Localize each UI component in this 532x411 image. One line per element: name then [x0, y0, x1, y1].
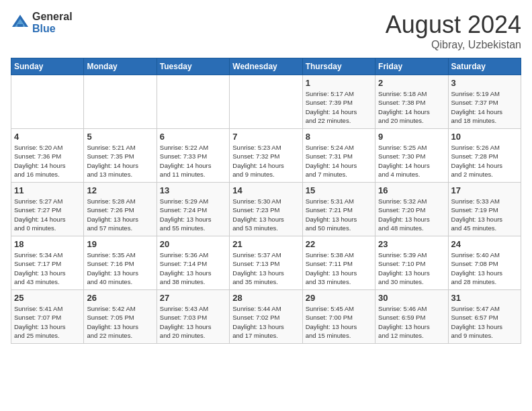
calendar-cell: 6Sunrise: 5:22 AM Sunset: 7:33 PM Daylig… — [157, 129, 229, 183]
day-number: 23 — [378, 239, 445, 249]
day-info: Sunrise: 5:43 AM Sunset: 7:03 PM Dayligh… — [160, 304, 226, 340]
day-number: 14 — [232, 185, 299, 195]
day-info: Sunrise: 5:26 AM Sunset: 7:28 PM Dayligh… — [451, 143, 518, 179]
week-row-5: 25Sunrise: 5:41 AM Sunset: 7:07 PM Dayli… — [11, 290, 521, 344]
day-info: Sunrise: 5:31 AM Sunset: 7:21 PM Dayligh… — [306, 197, 372, 232]
logo-icon — [11, 13, 30, 32]
calendar-cell: 5Sunrise: 5:21 AM Sunset: 7:35 PM Daylig… — [84, 129, 157, 183]
weekday-header-row: SundayMondayTuesdayWednesdayThursdayFrid… — [11, 58, 521, 75]
calendar-cell — [84, 75, 157, 129]
calendar-cell: 25Sunrise: 5:41 AM Sunset: 7:07 PM Dayli… — [11, 290, 84, 344]
day-number: 16 — [378, 185, 445, 195]
calendar-cell: 18Sunrise: 5:34 AM Sunset: 7:17 PM Dayli… — [11, 236, 84, 290]
calendar-cell: 22Sunrise: 5:38 AM Sunset: 7:11 PM Dayli… — [302, 236, 375, 290]
day-number: 7 — [232, 132, 299, 142]
day-info: Sunrise: 5:17 AM Sunset: 7:39 PM Dayligh… — [306, 89, 372, 125]
calendar-cell: 24Sunrise: 5:40 AM Sunset: 7:08 PM Dayli… — [448, 236, 521, 290]
day-number: 9 — [378, 132, 445, 142]
calendar-cell: 19Sunrise: 5:35 AM Sunset: 7:16 PM Dayli… — [84, 236, 157, 290]
day-number: 30 — [378, 293, 445, 303]
day-info: Sunrise: 5:27 AM Sunset: 7:27 PM Dayligh… — [14, 197, 81, 232]
day-number: 12 — [87, 185, 153, 195]
calendar-cell: 17Sunrise: 5:33 AM Sunset: 7:19 PM Dayli… — [448, 183, 521, 236]
calendar-cell: 21Sunrise: 5:37 AM Sunset: 7:13 PM Dayli… — [230, 236, 302, 290]
weekday-header-monday: Monday — [84, 58, 157, 75]
weekday-header-thursday: Thursday — [302, 58, 375, 75]
day-info: Sunrise: 5:45 AM Sunset: 7:00 PM Dayligh… — [306, 304, 372, 340]
day-number: 11 — [14, 185, 81, 195]
calendar-table: SundayMondayTuesdayWednesdayThursdayFrid… — [11, 58, 521, 344]
week-row-3: 11Sunrise: 5:27 AM Sunset: 7:27 PM Dayli… — [11, 183, 521, 236]
day-info: Sunrise: 5:36 AM Sunset: 7:14 PM Dayligh… — [160, 250, 226, 286]
day-info: Sunrise: 5:46 AM Sunset: 6:59 PM Dayligh… — [378, 304, 445, 340]
day-info: Sunrise: 5:29 AM Sunset: 7:24 PM Dayligh… — [160, 197, 226, 232]
calendar-cell: 13Sunrise: 5:29 AM Sunset: 7:24 PM Dayli… — [157, 183, 229, 236]
page-header: General Blue August 2024 Qibray, Uzbekis… — [11, 11, 521, 51]
day-number: 17 — [451, 185, 518, 195]
day-number: 31 — [451, 293, 518, 303]
day-info: Sunrise: 5:18 AM Sunset: 7:38 PM Dayligh… — [378, 89, 445, 125]
day-number: 19 — [87, 239, 153, 249]
day-number: 24 — [451, 239, 518, 249]
week-row-1: 1Sunrise: 5:17 AM Sunset: 7:39 PM Daylig… — [11, 75, 521, 129]
day-number: 10 — [451, 132, 518, 142]
day-number: 5 — [87, 132, 153, 142]
calendar-cell — [230, 75, 302, 129]
day-info: Sunrise: 5:44 AM Sunset: 7:02 PM Dayligh… — [232, 304, 299, 340]
day-number: 4 — [14, 132, 81, 142]
week-row-4: 18Sunrise: 5:34 AM Sunset: 7:17 PM Dayli… — [11, 236, 521, 290]
day-info: Sunrise: 5:35 AM Sunset: 7:16 PM Dayligh… — [87, 250, 153, 286]
calendar-cell: 30Sunrise: 5:46 AM Sunset: 6:59 PM Dayli… — [375, 290, 448, 344]
svg-rect-2 — [17, 24, 23, 27]
calendar-cell — [11, 75, 84, 129]
calendar-cell: 4Sunrise: 5:20 AM Sunset: 7:36 PM Daylig… — [11, 129, 84, 183]
calendar-cell: 2Sunrise: 5:18 AM Sunset: 7:38 PM Daylig… — [375, 75, 448, 129]
day-number: 13 — [160, 185, 226, 195]
day-info: Sunrise: 5:42 AM Sunset: 7:05 PM Dayligh… — [87, 304, 153, 340]
calendar-cell — [157, 75, 229, 129]
day-number: 25 — [14, 293, 81, 303]
day-number: 29 — [306, 293, 372, 303]
day-info: Sunrise: 5:30 AM Sunset: 7:23 PM Dayligh… — [232, 197, 299, 232]
logo-blue-label: Blue — [32, 23, 73, 35]
day-number: 18 — [14, 239, 81, 249]
week-row-2: 4Sunrise: 5:20 AM Sunset: 7:36 PM Daylig… — [11, 129, 521, 183]
day-info: Sunrise: 5:25 AM Sunset: 7:30 PM Dayligh… — [378, 143, 445, 179]
day-info: Sunrise: 5:38 AM Sunset: 7:11 PM Dayligh… — [306, 250, 372, 286]
day-info: Sunrise: 5:41 AM Sunset: 7:07 PM Dayligh… — [14, 304, 81, 340]
day-number: 2 — [378, 78, 445, 88]
calendar-cell: 27Sunrise: 5:43 AM Sunset: 7:03 PM Dayli… — [157, 290, 229, 344]
calendar-cell: 14Sunrise: 5:30 AM Sunset: 7:23 PM Dayli… — [230, 183, 302, 236]
day-number: 15 — [306, 185, 372, 195]
day-info: Sunrise: 5:47 AM Sunset: 6:57 PM Dayligh… — [451, 304, 518, 340]
day-number: 6 — [160, 132, 226, 142]
logo: General Blue — [11, 11, 73, 34]
day-number: 27 — [160, 293, 226, 303]
logo-text: General Blue — [32, 11, 73, 34]
calendar-cell: 7Sunrise: 5:23 AM Sunset: 7:32 PM Daylig… — [230, 129, 302, 183]
day-info: Sunrise: 5:40 AM Sunset: 7:08 PM Dayligh… — [451, 250, 518, 286]
logo-general-label: General — [32, 11, 73, 23]
calendar-cell: 23Sunrise: 5:39 AM Sunset: 7:10 PM Dayli… — [375, 236, 448, 290]
calendar-cell: 15Sunrise: 5:31 AM Sunset: 7:21 PM Dayli… — [302, 183, 375, 236]
calendar-cell: 9Sunrise: 5:25 AM Sunset: 7:30 PM Daylig… — [375, 129, 448, 183]
day-info: Sunrise: 5:28 AM Sunset: 7:26 PM Dayligh… — [87, 197, 153, 232]
calendar-cell: 31Sunrise: 5:47 AM Sunset: 6:57 PM Dayli… — [448, 290, 521, 344]
day-number: 8 — [306, 132, 372, 142]
day-number: 28 — [232, 293, 299, 303]
day-info: Sunrise: 5:39 AM Sunset: 7:10 PM Dayligh… — [378, 250, 445, 286]
day-info: Sunrise: 5:34 AM Sunset: 7:17 PM Dayligh… — [14, 250, 81, 286]
calendar-cell: 29Sunrise: 5:45 AM Sunset: 7:00 PM Dayli… — [302, 290, 375, 344]
day-info: Sunrise: 5:22 AM Sunset: 7:33 PM Dayligh… — [160, 143, 226, 179]
calendar-cell: 12Sunrise: 5:28 AM Sunset: 7:26 PM Dayli… — [84, 183, 157, 236]
day-info: Sunrise: 5:24 AM Sunset: 7:31 PM Dayligh… — [306, 143, 372, 179]
day-number: 26 — [87, 293, 153, 303]
calendar-cell: 20Sunrise: 5:36 AM Sunset: 7:14 PM Dayli… — [157, 236, 229, 290]
day-info: Sunrise: 5:37 AM Sunset: 7:13 PM Dayligh… — [232, 250, 299, 286]
location-subtitle: Qibray, Uzbekistan — [386, 39, 521, 51]
day-number: 21 — [232, 239, 299, 249]
calendar-cell: 11Sunrise: 5:27 AM Sunset: 7:27 PM Dayli… — [11, 183, 84, 236]
month-year-title: August 2024 — [386, 11, 521, 39]
day-info: Sunrise: 5:32 AM Sunset: 7:20 PM Dayligh… — [378, 197, 445, 232]
day-info: Sunrise: 5:33 AM Sunset: 7:19 PM Dayligh… — [451, 197, 518, 232]
